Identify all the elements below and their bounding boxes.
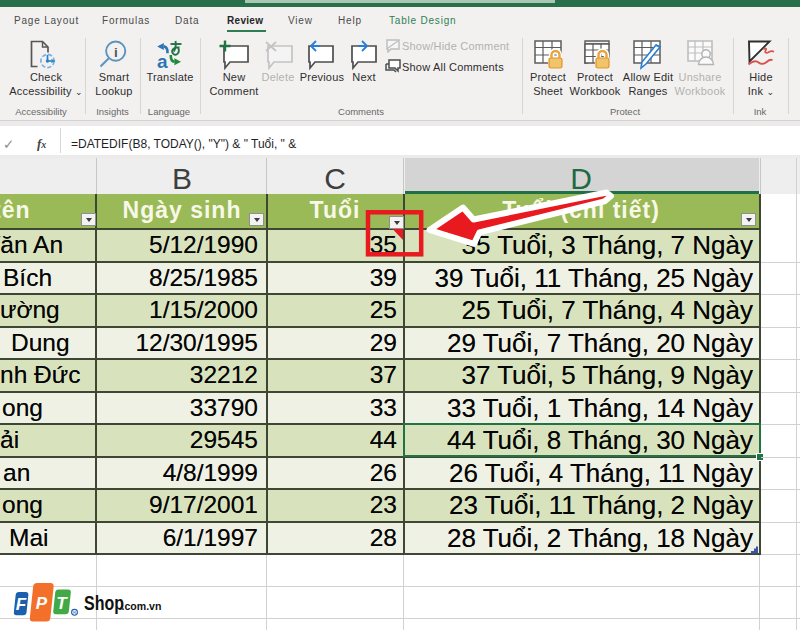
svg-text:P: P <box>36 594 48 613</box>
svg-text:F: F <box>16 595 27 614</box>
svg-text:.com.vn: .com.vn <box>122 599 162 611</box>
svg-text:R: R <box>73 610 76 615</box>
svg-text:Shop: Shop <box>84 591 124 614</box>
svg-text:T: T <box>56 594 68 613</box>
